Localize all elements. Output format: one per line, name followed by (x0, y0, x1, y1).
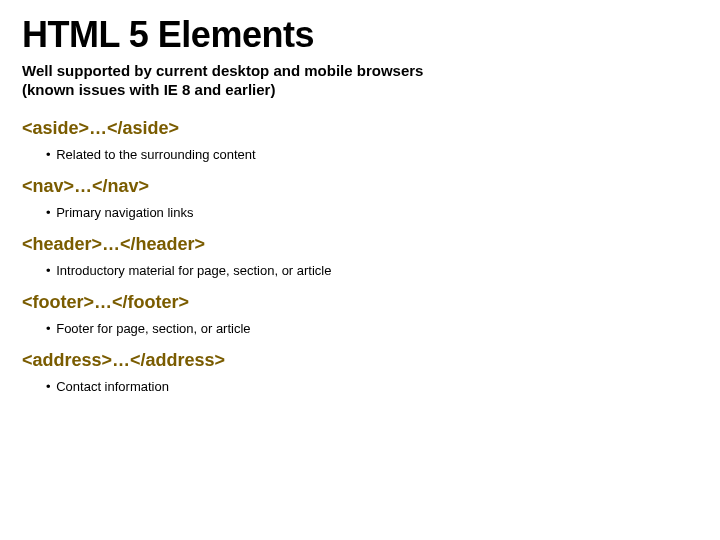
element-desc-text: Footer for page, section, or article (56, 321, 250, 336)
subtitle-line-1: Well supported by current desktop and mo… (22, 62, 423, 79)
bullet-icon: • (46, 263, 51, 278)
slide: HTML 5 Elements Well supported by curren… (0, 0, 720, 418)
slide-title: HTML 5 Elements (22, 14, 698, 56)
element-desc-text: Introductory material for page, section,… (56, 263, 331, 278)
element-tag: <nav>…</nav> (22, 176, 698, 197)
element-tag: <aside>…</aside> (22, 118, 698, 139)
bullet-icon: • (46, 205, 51, 220)
slide-subtitle: Well supported by current desktop and mo… (22, 62, 698, 100)
element-tag: <header>…</header> (22, 234, 698, 255)
element-tag: <footer>…</footer> (22, 292, 698, 313)
element-desc: • Introductory material for page, sectio… (46, 263, 698, 278)
element-desc: • Primary navigation links (46, 205, 698, 220)
element-block: <footer>…</footer> • Footer for page, se… (22, 292, 698, 336)
element-block: <header>…</header> • Introductory materi… (22, 234, 698, 278)
element-desc-text: Related to the surrounding content (56, 147, 255, 162)
element-desc-text: Contact information (56, 379, 169, 394)
element-block: <address>…</address> • Contact informati… (22, 350, 698, 394)
element-block: <aside>…</aside> • Related to the surrou… (22, 118, 698, 162)
subtitle-line-2: (known issues with IE 8 and earlier) (22, 81, 275, 98)
bullet-icon: • (46, 379, 51, 394)
element-tag: <address>…</address> (22, 350, 698, 371)
element-desc: • Contact information (46, 379, 698, 394)
element-block: <nav>…</nav> • Primary navigation links (22, 176, 698, 220)
element-desc: • Related to the surrounding content (46, 147, 698, 162)
element-desc: • Footer for page, section, or article (46, 321, 698, 336)
element-desc-text: Primary navigation links (56, 205, 193, 220)
bullet-icon: • (46, 321, 51, 336)
bullet-icon: • (46, 147, 51, 162)
